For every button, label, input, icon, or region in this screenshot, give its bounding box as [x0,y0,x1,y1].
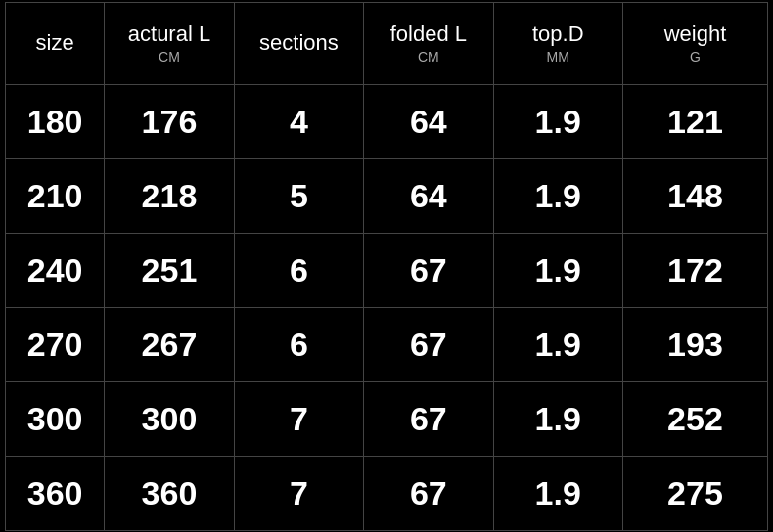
cell-weight: 121 [622,84,767,158]
table-row: 3603607671.9275 [6,456,768,530]
cell-actual_l: 176 [105,84,234,158]
cell-folded_l: 67 [364,233,493,307]
header-folded-l: folded L CM [364,2,493,84]
cell-folded_l: 64 [364,84,493,158]
cell-weight: 252 [622,381,767,456]
header-weight: weight G [622,2,767,84]
cell-top_d: 1.9 [493,84,622,158]
cell-size: 360 [6,456,105,530]
table-row: 2702676671.9193 [6,307,768,381]
cell-folded_l: 67 [364,456,493,530]
specs-table: size actural L CM sections folded L CM t… [5,2,768,531]
header-size: size [6,2,105,84]
header-top-d: top.D MM [493,2,622,84]
table-row: 2402516671.9172 [6,233,768,307]
cell-top_d: 1.9 [493,456,622,530]
table-row: 3003007671.9252 [6,381,768,456]
table-row: 2102185641.9148 [6,158,768,233]
table-container: size actural L CM sections folded L CM t… [0,0,773,532]
header-sections: sections [234,2,363,84]
table-row: 1801764641.9121 [6,84,768,158]
cell-sections: 6 [234,233,363,307]
cell-size: 240 [6,233,105,307]
cell-sections: 7 [234,456,363,530]
cell-weight: 193 [622,307,767,381]
cell-size: 270 [6,307,105,381]
cell-sections: 6 [234,307,363,381]
cell-weight: 172 [622,233,767,307]
cell-sections: 7 [234,381,363,456]
cell-actual_l: 300 [105,381,234,456]
cell-actual_l: 360 [105,456,234,530]
cell-size: 300 [6,381,105,456]
cell-weight: 148 [622,158,767,233]
cell-actual_l: 267 [105,307,234,381]
cell-folded_l: 67 [364,307,493,381]
header-row: size actural L CM sections folded L CM t… [6,2,768,84]
cell-actual_l: 251 [105,233,234,307]
cell-top_d: 1.9 [493,307,622,381]
cell-top_d: 1.9 [493,158,622,233]
cell-weight: 275 [622,456,767,530]
cell-sections: 5 [234,158,363,233]
cell-size: 180 [6,84,105,158]
cell-folded_l: 64 [364,158,493,233]
cell-top_d: 1.9 [493,381,622,456]
cell-sections: 4 [234,84,363,158]
cell-size: 210 [6,158,105,233]
cell-top_d: 1.9 [493,233,622,307]
cell-folded_l: 67 [364,381,493,456]
cell-actual_l: 218 [105,158,234,233]
header-actual-l: actural L CM [105,2,234,84]
